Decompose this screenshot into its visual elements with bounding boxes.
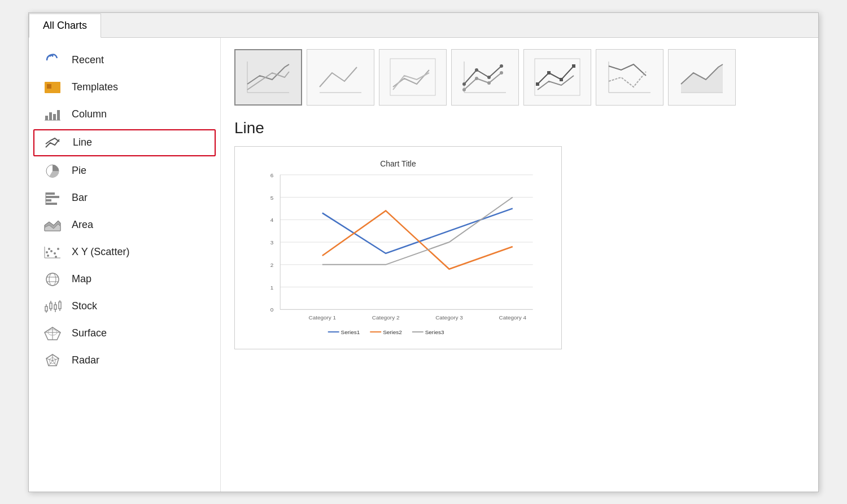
svg-text:5: 5 [270,194,274,200]
sidebar-item-radar[interactable]: Radar [29,347,220,374]
svg-text:4: 4 [270,217,274,223]
sidebar-item-templates-label: Templates [72,81,118,93]
svg-point-58 [475,68,478,72]
svg-rect-8 [46,192,55,195]
sidebar-item-pie[interactable]: Pie [29,157,220,185]
svg-text:Category 1: Category 1 [308,314,336,321]
svg-rect-34 [54,305,56,309]
svg-rect-4 [53,114,56,120]
pie-icon [42,163,63,179]
stock-icon [42,299,63,314]
templates-icon [42,80,63,95]
svg-text:3: 3 [270,239,274,246]
svg-rect-37 [59,302,61,309]
svg-text:Category 4: Category 4 [499,314,526,321]
sidebar-item-map[interactable]: Map [29,266,220,293]
sidebar-item-surface[interactable]: Surface [29,320,220,347]
svg-point-20 [55,256,57,258]
svg-point-59 [487,76,491,79]
svg-rect-9 [46,196,59,198]
svg-text:6: 6 [270,172,274,178]
svg-point-62 [475,77,478,80]
svg-text:Series3: Series3 [425,329,444,335]
sidebar-item-column-label: Column [72,108,107,120]
line-icon [43,135,64,151]
svg-text:Series2: Series2 [383,329,402,335]
bar-icon [42,190,63,206]
dialog-tab-bar: All Charts [29,13,818,38]
sidebar-item-area[interactable]: Area [29,212,220,239]
svg-point-63 [487,81,491,85]
svg-rect-68 [560,78,563,81]
svg-point-24 [46,273,59,286]
chart-thumb-line-7[interactable] [668,49,736,106]
sidebar-item-stock[interactable]: Stock [29,293,220,320]
chart-thumb-line-5[interactable] [523,49,591,106]
sidebar-item-surface-label: Surface [72,327,107,339]
svg-text:Category 3: Category 3 [435,314,463,321]
sidebar-item-bar[interactable]: Bar [29,185,220,212]
chart-type-thumbnails [234,49,805,106]
svg-point-21 [46,251,48,253]
chart-thumb-line-2[interactable] [307,49,374,106]
sidebar-item-recent-label: Recent [72,54,104,66]
svg-point-57 [462,82,466,86]
tab-all-charts-label: All Charts [43,20,87,31]
surface-icon [42,326,63,341]
svg-point-15 [47,255,49,257]
main-content: Line Chart Title [221,38,818,492]
svg-rect-11 [46,203,57,205]
svg-rect-5 [57,110,60,120]
chart-thumb-line-3[interactable] [379,49,447,106]
svg-text:2: 2 [270,261,274,268]
dialog-body: Recent Templates [29,38,818,492]
sidebar-item-pie-label: Pie [72,165,86,177]
svg-rect-3 [49,112,52,120]
scatter-icon [42,244,63,260]
chart-thumb-line-6[interactable] [596,49,663,106]
column-icon [42,107,63,122]
svg-text:Chart Title: Chart Title [380,159,416,168]
svg-point-64 [500,71,503,74]
svg-rect-31 [50,303,52,309]
svg-point-25 [49,273,56,286]
radar-icon [42,353,63,369]
sidebar-item-xy-scatter-label: X Y (Scatter) [72,246,129,258]
svg-rect-28 [45,306,47,311]
svg-text:1: 1 [270,284,274,290]
svg-rect-69 [572,64,575,68]
svg-text:Category 2: Category 2 [372,314,400,321]
sidebar-item-xy-scatter[interactable]: X Y (Scatter) [29,239,220,266]
svg-point-60 [500,64,503,68]
sidebar: Recent Templates [29,38,221,492]
sidebar-item-line-label: Line [73,137,92,148]
svg-rect-67 [547,71,551,74]
chart-thumb-line-4[interactable] [451,49,519,106]
area-icon [42,217,63,233]
svg-point-61 [462,88,466,91]
map-icon [42,271,63,287]
svg-point-17 [54,252,56,255]
sidebar-item-line[interactable]: Line [33,129,216,156]
sidebar-item-bar-label: Bar [72,192,88,204]
svg-rect-10 [46,199,51,201]
sidebar-item-column[interactable]: Column [29,101,220,128]
svg-rect-1 [47,84,51,89]
sidebar-item-radar-label: Radar [72,354,99,366]
chart-section-title: Line [234,119,805,137]
insert-chart-dialog: All Charts Recent [28,12,819,492]
svg-rect-66 [536,82,539,86]
svg-point-16 [50,250,53,252]
chart-thumb-line-1[interactable] [234,49,302,106]
sidebar-item-recent[interactable]: Recent [29,47,220,74]
svg-text:0: 0 [270,306,274,313]
svg-point-19 [48,248,50,250]
tab-all-charts[interactable]: All Charts [29,14,101,38]
sidebar-item-area-label: Area [72,219,93,231]
chart-preview: Chart Title 0 1 [234,146,562,349]
svg-text:Series1: Series1 [341,329,360,335]
recent-icon [42,52,63,68]
svg-rect-2 [45,116,48,120]
sidebar-item-templates[interactable]: Templates [29,74,220,101]
sidebar-item-stock-label: Stock [72,300,97,312]
